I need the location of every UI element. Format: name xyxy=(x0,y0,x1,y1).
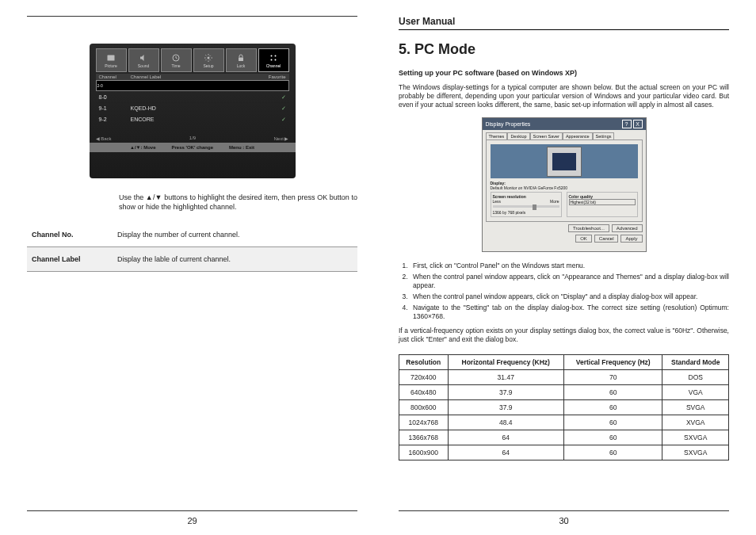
resolution-group: Screen resolution LessMore 1366 by 768 p… xyxy=(491,192,562,217)
header-user-manual: User Manual xyxy=(399,16,729,30)
res-value: 1366 by 768 pixels xyxy=(493,210,559,215)
th-vfreq: Vertical Frequency (Hz) xyxy=(563,354,662,369)
top-rule xyxy=(27,16,357,17)
ok-button: OK xyxy=(575,235,592,243)
instruction-text: Use the ▲/▼ buttons to highlight the des… xyxy=(27,188,357,223)
table-row: 1024x76848.460XVGA xyxy=(399,415,729,430)
def-row: Channel Label Display the lable of curre… xyxy=(27,247,357,272)
def-key: Channel Label xyxy=(32,255,117,263)
table-cell: 37.9 xyxy=(448,399,563,415)
col-label: Channel Label xyxy=(131,75,262,79)
troubleshoot-button: Troubleshoot... xyxy=(568,224,609,232)
table-cell: 31.47 xyxy=(448,369,563,384)
table-cell: 64 xyxy=(448,430,563,445)
osd-footer: ▲/▼: Move Press 'OK' change Menu : Exit xyxy=(90,143,296,152)
win-title-text: Display Properties xyxy=(486,121,531,127)
win-tab: Settings xyxy=(593,132,615,139)
table-cell: 37.9 xyxy=(448,384,563,399)
res-more: More xyxy=(550,199,559,204)
osd-back-hint: ◀ Back xyxy=(96,136,112,141)
table-row: 1600x9006460SXVGA xyxy=(399,445,729,460)
svg-point-7 xyxy=(275,59,277,60)
res-less: Less xyxy=(493,199,502,204)
def-row: Channel No. Display the number of curren… xyxy=(27,223,357,247)
osd-screenshot: Picture Sound Time Setup Lock Channel Ch… xyxy=(90,44,296,178)
apply-button: Apply xyxy=(620,235,642,243)
table-cell: 60 xyxy=(563,415,662,430)
osd-column-headers: Channel Channel Label Favorite xyxy=(96,74,289,80)
svg-point-4 xyxy=(271,55,273,56)
def-key: Channel No. xyxy=(32,231,117,239)
win-body: Display: Default Monitor on NVIDIA GeFor… xyxy=(486,139,643,222)
table-row: 800x60037.960SVGA xyxy=(399,399,729,415)
steps-list: First, click on "Control Panel" on the W… xyxy=(410,262,729,323)
th-hfreq: Horizontal Frequency (KHz) xyxy=(448,354,563,369)
osd-tab-channel: Channel xyxy=(258,48,289,72)
table-cell: 60 xyxy=(563,384,662,399)
table-row: 1366x7686460SXVGA xyxy=(399,430,729,445)
def-value: Display the lable of current channel. xyxy=(117,255,353,263)
table-cell: 640x480 xyxy=(399,384,449,399)
table-cell: SVGA xyxy=(662,399,729,415)
svg-point-6 xyxy=(271,59,273,60)
step-item: When the control panel window appears, c… xyxy=(410,292,729,301)
color-value: Highest(32 bit) xyxy=(569,199,636,205)
col-favorite: Favorite xyxy=(262,75,286,79)
table-cell: 48.4 xyxy=(448,415,563,430)
osd-tab-setup: Setup xyxy=(193,48,224,72)
table-cell: SXVGA xyxy=(662,430,729,445)
advanced-button: Advanced xyxy=(612,224,643,232)
win-buttons-2: OK Cancel Apply xyxy=(483,235,646,245)
table-cell: DOS xyxy=(662,369,729,384)
table-row: 640x48037.960VGA xyxy=(399,384,729,399)
page-right: User Manual 5. PC Mode Setting up your P… xyxy=(378,16,750,525)
def-value: Display the number of current channel. xyxy=(117,231,353,239)
osd-row: 9-1KQED-HD✓ xyxy=(96,102,289,113)
th-resolution: Resolution xyxy=(399,354,449,369)
osd-ok-hint: Press 'OK' change xyxy=(171,145,213,150)
display-value: Default Monitor on NVIDIA GeForce Fx5200 xyxy=(491,185,638,190)
th-mode: Standard Mode xyxy=(662,354,729,369)
color-group: Color quality Highest(32 bit) xyxy=(567,192,638,217)
page-left: Picture Sound Time Setup Lock Channel Ch… xyxy=(6,16,378,525)
page-number: 29 xyxy=(27,511,357,525)
monitor-preview xyxy=(491,144,638,178)
win-buttons-1: Troubleshoot... Advanced xyxy=(483,222,646,235)
table-cell: XVGA xyxy=(662,415,729,430)
osd-row: 2-0 xyxy=(96,80,289,91)
close-icon: X xyxy=(633,120,643,128)
frequency-table: Resolution Horizontal Frequency (KHz) Ve… xyxy=(399,354,729,460)
osd-tab-sound: Sound xyxy=(128,48,159,72)
intro-paragraph: The Windows display-settings for a typic… xyxy=(399,83,729,109)
definitions: Channel No. Display the number of curren… xyxy=(27,223,357,272)
table-cell: 64 xyxy=(448,445,563,460)
table-cell: 60 xyxy=(563,445,662,460)
win-tab: Themes xyxy=(486,132,508,139)
table-cell: 1366x768 xyxy=(399,430,449,445)
table-cell: 800x600 xyxy=(399,399,449,415)
svg-point-5 xyxy=(275,55,277,56)
table-cell: 1600x900 xyxy=(399,445,449,460)
page-number: 30 xyxy=(399,511,729,525)
svg-point-2 xyxy=(208,56,210,59)
win-tab: Screen Saver xyxy=(530,132,563,139)
table-cell: 60 xyxy=(563,430,662,445)
table-cell: VGA xyxy=(662,384,729,399)
table-row: 720x40031.4770DOS xyxy=(399,369,729,384)
osd-hints: ◀ Back 1/9 Next ▶ xyxy=(96,136,289,141)
section-title: 5. PC Mode xyxy=(399,41,729,58)
table-cell: 60 xyxy=(563,399,662,415)
cancel-button: Cancel xyxy=(594,235,619,243)
win-tabs: Themes Desktop Screen Saver Appearance S… xyxy=(483,130,646,139)
table-cell: SXVGA xyxy=(662,445,729,460)
win-tab: Appearance xyxy=(563,132,593,139)
monitor-icon xyxy=(547,147,582,177)
osd-next-hint: Next ▶ xyxy=(273,136,288,141)
win-titlebar: Display Properties ? X xyxy=(483,118,646,130)
osd-row: 9-2ENCORE✓ xyxy=(96,113,289,124)
win-tab: Desktop xyxy=(507,132,529,139)
svg-rect-0 xyxy=(108,55,115,60)
col-channel: Channel xyxy=(99,75,131,79)
table-cell: 720x400 xyxy=(399,369,449,384)
note-text: If a vertical-frequency option exists on… xyxy=(399,327,729,344)
